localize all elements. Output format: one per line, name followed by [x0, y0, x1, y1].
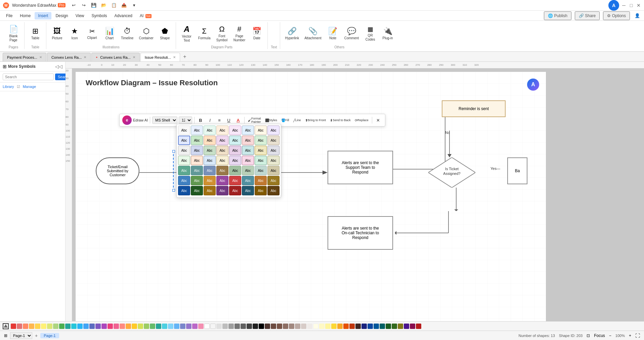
font-symbol-button[interactable]: Ω FontSymbol — [214, 23, 230, 44]
color-swatch[interactable] — [368, 324, 373, 329]
palette-cell[interactable]: Abc — [242, 186, 254, 195]
color-swatch[interactable] — [289, 324, 294, 329]
comment-button[interactable]: 💬 Comment — [342, 23, 361, 44]
color-swatch[interactable] — [265, 324, 270, 329]
menu-home[interactable]: Home — [16, 12, 34, 19]
menu-advanced[interactable]: Advanced — [111, 12, 136, 19]
styles-button[interactable]: ⬛Styles — [264, 116, 279, 124]
palette-cell[interactable]: Abc — [267, 156, 280, 165]
color-swatch[interactable] — [283, 324, 288, 329]
color-swatch[interactable] — [35, 324, 40, 329]
menu-view[interactable]: View — [72, 12, 88, 19]
color-swatch[interactable] — [259, 324, 264, 329]
palette-cell[interactable]: Abc — [191, 146, 203, 155]
color-swatch[interactable] — [114, 324, 119, 329]
palette-cell[interactable]: Abc — [267, 126, 280, 135]
color-swatch[interactable] — [162, 324, 167, 329]
palette-cell[interactable]: Abc — [255, 186, 267, 195]
color-swatch[interactable] — [71, 324, 77, 329]
restore-button[interactable]: □ — [629, 3, 634, 8]
note-button[interactable]: 📝 Note — [325, 23, 341, 44]
grid-view-button[interactable]: ⊞ — [4, 333, 7, 338]
replace-button[interactable]: ⟳Replace — [353, 116, 370, 124]
palette-cell[interactable]: Abc — [178, 156, 190, 165]
color-swatch[interactable] — [126, 324, 131, 329]
color-swatch[interactable] — [180, 324, 185, 329]
line-button[interactable]: ╱Line — [292, 116, 302, 124]
formula-button[interactable]: Σ Formula — [196, 23, 213, 44]
palette-cell[interactable]: Abc — [191, 166, 203, 175]
palette-cell[interactable]: Abc — [204, 136, 216, 145]
picture-button[interactable]: 🖼 Picture — [49, 23, 65, 44]
palette-cell[interactable]: Abc — [191, 136, 203, 145]
palette-cell[interactable]: Abc — [242, 166, 254, 175]
tab-add-button[interactable]: + — [181, 53, 189, 61]
color-swatch[interactable] — [331, 324, 337, 329]
color-swatch[interactable] — [271, 324, 276, 329]
palette-cell[interactable]: Abc — [178, 126, 190, 135]
palette-cell[interactable]: Abc — [216, 166, 228, 175]
palette-cell[interactable]: Abc — [255, 136, 267, 145]
new-button[interactable]: 📋 — [110, 1, 118, 9]
color-swatch[interactable] — [83, 324, 89, 329]
format-painter-button[interactable]: 🖌FormatPainter — [247, 116, 262, 124]
search-input[interactable] — [3, 74, 54, 80]
palette-cell[interactable]: Abc — [204, 186, 216, 195]
blank-page-button[interactable]: 📄 BlankPage — [5, 23, 22, 44]
tab-convex2[interactable]: ● Convex Lens Ra... ✕ — [91, 53, 139, 61]
color-swatch[interactable] — [216, 324, 222, 329]
tab-convex2-close[interactable]: ✕ — [133, 55, 135, 59]
palette-cell[interactable]: Abc — [216, 146, 228, 155]
chart-button[interactable]: 📊 Chart — [101, 23, 118, 44]
color-swatch[interactable] — [17, 324, 22, 329]
container-button[interactable]: ⬡ Container — [137, 23, 155, 44]
color-swatch[interactable] — [222, 324, 228, 329]
palette-cell[interactable]: Abc — [204, 156, 216, 165]
font-size-select[interactable]: 12 — [179, 116, 192, 124]
palette-cell[interactable]: Abc — [178, 176, 190, 185]
palette-cell[interactable]: Abc — [178, 146, 190, 155]
color-swatch[interactable] — [301, 324, 306, 329]
color-swatch[interactable] — [65, 324, 71, 329]
color-swatch[interactable] — [156, 324, 161, 329]
palette-cell[interactable]: Abc — [255, 156, 267, 165]
sidebar-manage[interactable]: Manage — [23, 85, 36, 89]
color-swatch[interactable] — [241, 324, 246, 329]
underline-button[interactable]: U — [225, 116, 233, 124]
font-select[interactable]: MS Shell — [152, 116, 177, 124]
palette-cell[interactable]: Abc — [255, 176, 267, 185]
color-swatch[interactable] — [343, 324, 349, 329]
sidebar-collapse-button[interactable]: ◁◁ — [55, 64, 62, 69]
fullscreen-button[interactable]: ⛶ — [635, 333, 640, 338]
palette-cell[interactable]: Abc — [204, 146, 216, 155]
color-swatch[interactable] — [247, 324, 252, 329]
zoom-in-button[interactable]: + — [629, 333, 631, 338]
add-page-button[interactable]: + — [35, 333, 38, 338]
tab-convex1[interactable]: Convex Lens Ra... ✕ — [47, 53, 91, 61]
color-swatch[interactable] — [132, 324, 137, 329]
color-swatch[interactable] — [253, 324, 258, 329]
open-button[interactable]: 📂 — [100, 1, 108, 9]
color-swatch[interactable] — [53, 324, 58, 329]
ticket-shape[interactable]: Ticket/EmailSubmitted byCustomer — [96, 157, 139, 184]
color-swatch[interactable] — [59, 324, 65, 329]
color-swatch[interactable] — [210, 324, 216, 329]
palette-cell[interactable]: Abc — [267, 146, 280, 155]
palette-cell[interactable]: Abc — [242, 126, 254, 135]
color-swatch[interactable] — [41, 324, 46, 329]
palette-cell[interactable]: Abc — [267, 176, 280, 185]
palette-cell[interactable]: Abc — [216, 156, 228, 165]
fill-button[interactable]: 🪣Fill — [280, 116, 291, 124]
menu-insert[interactable]: Insert — [35, 12, 51, 19]
zoom-out-button[interactable]: − — [609, 333, 611, 338]
palette-cell[interactable]: Abc — [229, 176, 241, 185]
palette-cell[interactable]: Abc — [255, 166, 267, 175]
palette-cell[interactable]: Abc — [267, 166, 280, 175]
menu-ai[interactable]: AI hot — [136, 12, 155, 19]
minimize-button[interactable]: ─ — [621, 3, 627, 8]
palette-cell[interactable]: Abc — [267, 186, 280, 195]
palette-cell[interactable]: Abc — [178, 166, 190, 175]
color-swatch[interactable] — [29, 324, 34, 329]
color-swatch[interactable] — [47, 324, 52, 329]
color-swatch[interactable] — [77, 324, 83, 329]
